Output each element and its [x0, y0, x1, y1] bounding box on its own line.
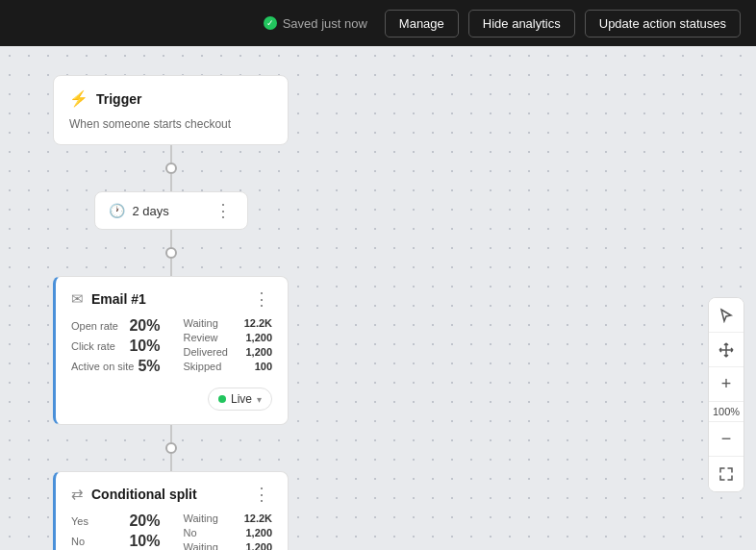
hide-analytics-button[interactable]: Hide analytics: [468, 10, 575, 38]
review-value: 1,200: [245, 332, 272, 343]
vline-2: [170, 174, 172, 191]
workflow-canvas: ⚡ Trigger When someone starts checkout 🕐…: [0, 46, 756, 550]
fit-button[interactable]: [709, 457, 743, 491]
trigger-subtitle: When someone starts checkout: [69, 117, 272, 131]
open-rate-value: 20%: [129, 317, 160, 335]
email-analytics: Open rate 20% Click rate 10% Active on s…: [71, 317, 272, 378]
waiting-row: Waiting 12.2K: [184, 317, 273, 329]
select-tool-button[interactable]: [709, 298, 743, 333]
node-dot-3: [165, 442, 177, 454]
connector-2: [165, 230, 177, 276]
split-card-header: ⇄ Conditional split ⋮: [71, 486, 272, 503]
split-right-waiting2-value: 1,200: [245, 541, 272, 550]
fit-icon: [719, 467, 733, 481]
split-right-waiting-label: Waiting: [184, 512, 218, 524]
review-row: Review 1,200: [184, 332, 273, 343]
cursor-icon: [718, 308, 734, 323]
trigger-card-header: ⚡ Trigger: [69, 89, 272, 108]
email-title: Email #1: [91, 291, 146, 307]
active-label: Active on site: [71, 361, 134, 372]
skipped-row: Skipped 100: [184, 361, 273, 372]
click-rate-row: Click rate 10%: [71, 338, 161, 355]
delivered-label: Delivered: [184, 346, 228, 358]
split-left-stats: Yes 20% No 10% Waiting 5%: [71, 512, 161, 550]
split-right-waiting-value: 12.2K: [244, 512, 272, 524]
delivered-row: Delivered 1,200: [184, 346, 273, 358]
split-right-stats: Waiting 12.2K No 1,200 Waiting 1,200: [184, 512, 273, 550]
split-right-waiting-row: Waiting 12.2K: [184, 512, 273, 524]
email-title-row: ✉ Email #1: [71, 290, 146, 308]
check-icon: ✓: [264, 16, 277, 30]
split-right-no-value: 1,200: [245, 527, 272, 538]
trigger-card: ⚡ Trigger When someone starts checkout: [53, 75, 289, 145]
split-card: ⇄ Conditional split ⋮ Yes 20% No 10%: [53, 471, 289, 550]
live-badge[interactable]: Live ▾: [208, 388, 272, 411]
split-title: Conditional split: [91, 487, 197, 502]
trigger-title-row: ⚡ Trigger: [69, 89, 141, 108]
vline-4: [170, 259, 172, 276]
split-right-no-label: No: [184, 527, 197, 538]
email-left-stats: Open rate 20% Click rate 10% Active on s…: [71, 317, 161, 378]
live-dot: [218, 395, 226, 403]
chevron-down-icon: ▾: [257, 394, 262, 405]
skipped-value: 100: [255, 361, 272, 372]
saved-text: Saved just now: [283, 16, 367, 31]
pan-tool-button[interactable]: [709, 333, 743, 367]
active-row: Active on site 5%: [71, 358, 161, 375]
split-right-waiting2-row: Waiting 1,200: [184, 541, 273, 550]
trigger-icon: ⚡: [69, 89, 88, 108]
node-dot-2: [165, 247, 177, 259]
no-value: 10%: [129, 533, 160, 550]
waiting-value: 12.2K: [244, 317, 272, 329]
saved-status: ✓ Saved just now: [264, 16, 367, 31]
delay-more-button[interactable]: ⋮: [213, 202, 234, 219]
split-title-row: ⇄ Conditional split: [71, 486, 197, 503]
live-badge-row: Live ▾: [71, 388, 272, 411]
delay-card[interactable]: 🕐 2 days ⋮: [94, 191, 248, 230]
vline-3: [170, 230, 172, 247]
active-value: 5%: [138, 358, 160, 375]
zoom-level: 100%: [709, 402, 743, 422]
email-right-stats: Waiting 12.2K Review 1,200 Delivered 1,2…: [184, 317, 273, 378]
zoom-out-button[interactable]: −: [709, 422, 743, 457]
clock-icon: 🕐: [109, 203, 125, 218]
split-icon: ⇄: [71, 486, 84, 503]
update-statuses-button[interactable]: Update action statuses: [585, 10, 741, 38]
skipped-label: Skipped: [184, 361, 222, 372]
node-dot-1: [165, 162, 177, 174]
split-analytics: Yes 20% No 10% Waiting 5% Waiting: [71, 512, 272, 550]
email-card-header: ✉ Email #1 ⋮: [71, 290, 272, 308]
email-more-button[interactable]: ⋮: [251, 290, 272, 308]
manage-button[interactable]: Manage: [385, 10, 459, 38]
vline-6: [170, 454, 172, 471]
waiting-label: Waiting: [184, 317, 218, 329]
email-card: ✉ Email #1 ⋮ Open rate 20% Click rate 10…: [53, 276, 289, 425]
topbar: ✓ Saved just now Manage Hide analytics U…: [0, 0, 756, 46]
email-icon: ✉: [71, 290, 84, 308]
trigger-title: Trigger: [96, 91, 141, 107]
vline-1: [170, 145, 172, 162]
open-rate-label: Open rate: [71, 320, 118, 332]
connector-3: [165, 425, 177, 471]
no-row: No 10%: [71, 533, 161, 550]
split-right-waiting2-label: Waiting: [184, 541, 218, 550]
connector-1: [165, 145, 177, 191]
review-label: Review: [184, 332, 218, 343]
yes-value: 20%: [129, 512, 160, 530]
move-icon: [718, 342, 734, 358]
zoom-toolbar: + 100% −: [708, 297, 744, 492]
click-rate-label: Click rate: [71, 340, 115, 352]
click-rate-value: 10%: [129, 338, 160, 355]
yes-label: Yes: [71, 515, 88, 527]
split-right-no-row: No 1,200: [184, 527, 273, 538]
zoom-in-button[interactable]: +: [709, 367, 743, 402]
split-more-button[interactable]: ⋮: [251, 486, 272, 503]
open-rate-row: Open rate 20%: [71, 317, 161, 335]
vline-5: [170, 425, 172, 442]
no-label: No: [71, 536, 85, 547]
yes-row: Yes 20%: [71, 512, 161, 530]
delivered-value: 1,200: [245, 346, 272, 358]
live-label: Live: [231, 392, 252, 406]
flow-area: ⚡ Trigger When someone starts checkout 🕐…: [53, 75, 289, 550]
delay-left: 🕐 2 days: [109, 203, 169, 218]
